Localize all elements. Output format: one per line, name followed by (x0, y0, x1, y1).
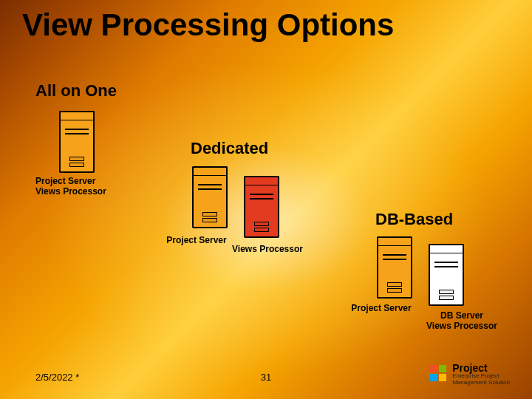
caption-dedicated-server2: Views Processor (223, 244, 312, 254)
slide: View Processing Options All on One Proje… (0, 0, 532, 399)
section-dedicated-label: Dedicated (191, 139, 268, 158)
logo-product-name: Project (452, 363, 510, 374)
server-icon (244, 176, 279, 238)
ms-office-icon (430, 365, 448, 383)
footer-date: 2/5/2022 * (35, 372, 79, 383)
server-icon (59, 111, 95, 173)
caption-db-based-server2: DB Server Views Processor (414, 310, 510, 332)
slide-title: View Processing Options (22, 7, 394, 43)
product-logo: Project Enterprise Project Management So… (430, 363, 510, 386)
server-icon (429, 244, 464, 306)
section-all-on-one-label: All on One (35, 81, 117, 100)
logo-subtitle: Enterprise Project Management Solution (452, 373, 510, 386)
server-icon (192, 166, 228, 228)
caption-all-on-one-server: Project Server Views Processor (35, 176, 124, 197)
server-icon (377, 236, 412, 299)
caption-db-based-server1: Project Server (344, 303, 418, 313)
footer-page-number: 31 (261, 372, 271, 383)
section-db-based-label: DB-Based (375, 210, 453, 229)
caption-dedicated-server1: Project Server (160, 235, 233, 245)
